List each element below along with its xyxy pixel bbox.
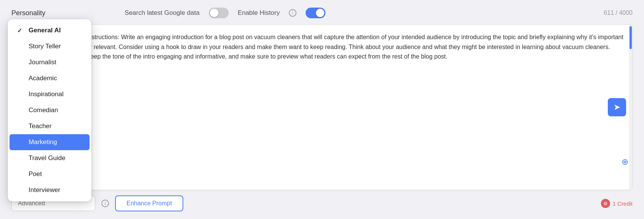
credit-label: 1 Credit <box>612 200 633 207</box>
dropdown-item-inspirational[interactable]: Inspirational <box>8 86 91 102</box>
advanced-info-icon[interactable]: i <box>101 200 109 207</box>
search-toggle[interactable] <box>209 8 229 18</box>
top-bar: Personality Search latest Google data En… <box>11 8 633 18</box>
plus-icon[interactable]: ⊕ <box>622 157 628 167</box>
dropdown-label-teacher: Teacher <box>29 122 51 130</box>
send-button[interactable]: ➤ <box>608 98 626 116</box>
text-area-container[interactable]: Instructions: Write an engaging introduc… <box>78 24 633 190</box>
dropdown-item-poet[interactable]: Poet <box>8 166 91 182</box>
text-content: Instructions: Write an engaging introduc… <box>87 32 625 62</box>
personality-label: Personality <box>11 9 45 17</box>
dropdown-label-interviewer: Interviewer <box>29 186 60 194</box>
dropdown-item-comedian[interactable]: Comedian <box>8 102 91 118</box>
history-info-icon[interactable]: i <box>289 9 296 17</box>
dropdown-item-travel-guide[interactable]: Travel Guide <box>8 150 91 166</box>
dropdown-label-travel-guide: Travel Guide <box>29 154 66 162</box>
credit-badge: ⚙ 1 Credit <box>601 199 633 208</box>
dropdown-item-academic[interactable]: Academic <box>8 70 91 86</box>
scrollbar-thumb <box>630 26 632 49</box>
send-arrow-icon: ➤ <box>614 102 620 112</box>
search-toggle-knob <box>210 9 218 17</box>
dropdown-item-general-ai[interactable]: ✓ General AI <box>8 22 91 38</box>
content-area: Sta... Instructions: Write an engaging i… <box>11 24 633 190</box>
history-toggle[interactable] <box>306 8 325 18</box>
search-google-label: Search latest Google data <box>125 9 200 17</box>
dropdown-item-marketing[interactable]: Marketing <box>10 134 90 150</box>
dropdown-label-general-ai: General AI <box>29 27 61 34</box>
dropdown-label-marketing: Marketing <box>29 138 57 146</box>
enhance-prompt-button[interactable]: Enhance Prompt <box>115 195 183 211</box>
dropdown-label-journalist: Journalist <box>29 59 56 66</box>
scrollbar[interactable] <box>629 25 632 190</box>
char-count: 611 / 4000 <box>604 10 633 16</box>
dropdown-label-academic: Academic <box>29 75 57 82</box>
dropdown-label-comedian: Comedian <box>29 106 58 114</box>
credit-icon: ⚙ <box>601 199 610 208</box>
check-mark-icon: ✓ <box>17 27 25 34</box>
bottom-bar: i Enhance Prompt ⚙ 1 Credit <box>11 195 633 211</box>
dropdown-item-story-teller[interactable]: Story Teller <box>8 38 91 54</box>
history-toggle-knob <box>316 9 324 17</box>
dropdown-label-story-teller: Story Teller <box>29 43 61 50</box>
main-container: Personality Search latest Google data En… <box>0 0 644 219</box>
dropdown-item-teacher[interactable]: Teacher <box>8 118 91 134</box>
dropdown-item-journalist[interactable]: Journalist <box>8 54 91 70</box>
dropdown-label-poet: Poet <box>29 170 42 178</box>
dropdown-label-inspirational: Inspirational <box>29 90 64 98</box>
personality-dropdown: ✓ General AI Story Teller Journalist Aca… <box>8 19 91 202</box>
enable-history-label: Enable History <box>238 9 280 17</box>
dropdown-item-interviewer[interactable]: Interviewer <box>8 182 91 198</box>
